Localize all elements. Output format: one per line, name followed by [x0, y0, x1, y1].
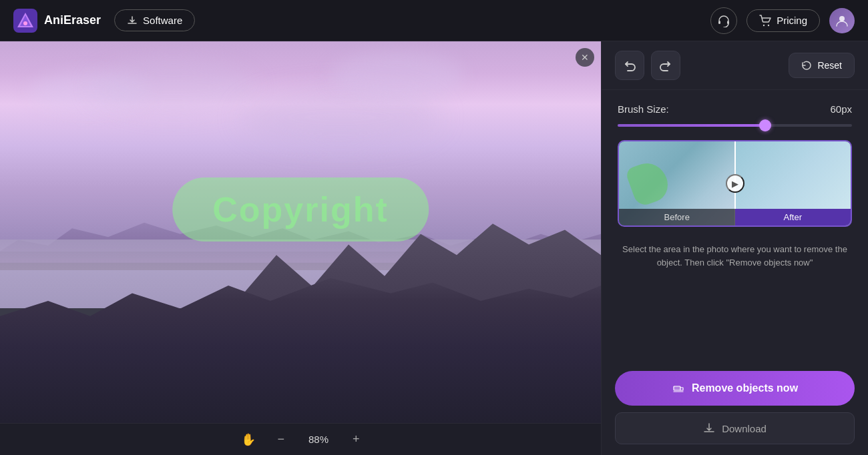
download-icon [703, 422, 715, 434]
svg-point-8 [839, 16, 845, 21]
svg-rect-9 [674, 386, 680, 390]
support-button[interactable] [710, 7, 737, 34]
brush-header: Brush Size: 60px [618, 103, 852, 115]
redo-icon [659, 59, 672, 72]
cloud-4 [331, 53, 464, 99]
svg-rect-4 [718, 21, 720, 24]
zoom-out-button[interactable]: − [273, 428, 288, 450]
software-button[interactable]: Software [114, 9, 195, 31]
reset-icon [801, 60, 812, 71]
software-label: Software [143, 15, 182, 26]
download-button[interactable]: Download [615, 412, 855, 444]
svg-point-6 [763, 24, 765, 25]
panel-toolbar: Reset [602, 41, 868, 90]
remove-objects-button[interactable]: Remove objects now [615, 371, 855, 406]
download-label: Download [722, 423, 767, 434]
svg-point-3 [23, 21, 27, 25]
undo-button[interactable] [615, 51, 644, 80]
reset-label: Reset [817, 60, 842, 71]
cart-icon [759, 15, 771, 27]
preview-after-label: After [735, 209, 851, 225]
brush-slider-track [618, 124, 852, 127]
canvas-wrapper[interactable]: Copyright ✕ [0, 41, 601, 423]
app-name: AniEraser [44, 13, 101, 27]
pricing-label: Pricing [777, 15, 807, 26]
reset-button[interactable]: Reset [789, 53, 855, 78]
cloud-2 [90, 61, 257, 114]
canvas-toolbar: ✋ − 88% + [0, 423, 601, 455]
right-panel: Reset Brush Size: 60px ▶ [601, 41, 868, 455]
brush-label: Brush Size: [618, 103, 669, 115]
user-icon [835, 14, 849, 27]
pricing-button[interactable]: Pricing [746, 9, 820, 32]
download-icon [127, 15, 138, 26]
brush-value: 60px [830, 103, 852, 115]
undo-icon [623, 59, 636, 72]
preview-before-label: Before [619, 209, 735, 225]
logo-icon [13, 9, 37, 33]
copyright-watermark: Copyright [172, 177, 429, 242]
avatar[interactable] [829, 8, 855, 33]
hand-tool-button[interactable]: ✋ [237, 428, 260, 451]
preview-brush-mark [625, 157, 673, 207]
logo-area: AniEraser [13, 9, 101, 33]
preview-labels: Before After [619, 209, 851, 225]
preview-section: ▶ Before After [602, 133, 868, 236]
remove-label: Remove objects now [692, 382, 798, 394]
preview-container: ▶ Before After [618, 140, 852, 227]
zoom-level: 88% [302, 434, 335, 445]
eraser-icon [672, 382, 685, 395]
preview-drag-button[interactable]: ▶ [726, 174, 744, 193]
action-section: Remove objects now Download [602, 364, 868, 455]
close-button[interactable]: ✕ [576, 48, 594, 67]
header-right: Pricing [710, 7, 855, 34]
headset-icon [717, 14, 730, 27]
brush-section: Brush Size: 60px [602, 90, 868, 133]
svg-point-7 [768, 24, 769, 25]
instruction-text: Select the area in the photo where you w… [602, 236, 868, 280]
main-content: Copyright ✕ ✋ − 88% + [0, 41, 868, 455]
svg-rect-5 [727, 21, 729, 24]
zoom-in-button[interactable]: + [349, 428, 364, 450]
header: AniEraser Software Pricing [0, 0, 868, 41]
canvas-area: Copyright ✕ ✋ − 88% + [0, 41, 601, 455]
photo-background: Copyright [0, 41, 601, 423]
redo-button[interactable] [651, 51, 680, 80]
